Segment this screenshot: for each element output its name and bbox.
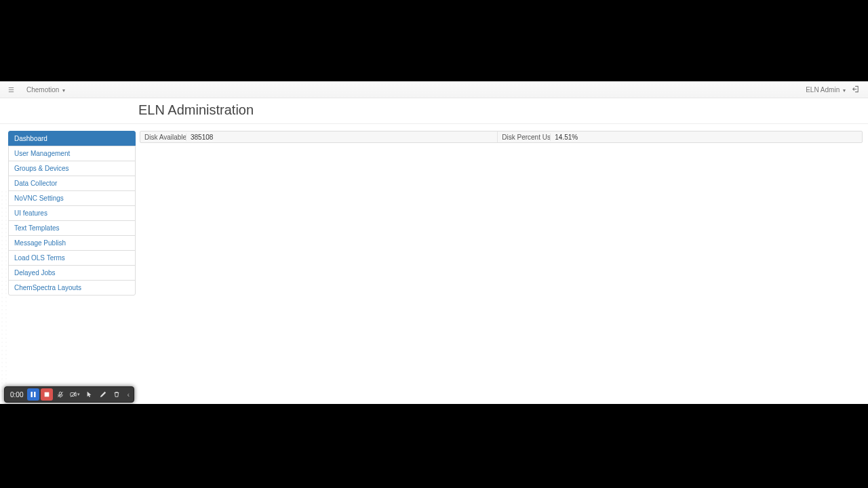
pen-tool-icon[interactable] [97,388,109,401]
mic-off-icon[interactable] [54,388,66,401]
sidebar-item-ui-features[interactable]: UI features [8,205,136,221]
caret-down-icon: ▾ [77,392,80,397]
sidebar-item-label: UI features [14,209,47,217]
sidebar-item-delayed-jobs[interactable]: Delayed Jobs [8,265,136,281]
sidebar-item-label: ChemSpectra Layouts [14,284,81,291]
sidebar-item-user-management[interactable]: User Management [8,146,136,161]
user-menu[interactable]: ELN Admin ▾ [806,86,846,94]
user-label: ELN Admin [806,86,840,94]
sidebar-item-dashboard[interactable]: Dashboard [8,131,136,146]
disk-info-row: Disk Available (MB) 385108 Disk Percent … [140,131,863,143]
recorder-time: 0:00 [7,391,26,399]
sidebar-item-label: Message Publish [14,239,66,247]
sidebar-item-text-templates[interactable]: Text Templates [8,220,136,236]
sidebar-item-chemspectra-layouts[interactable]: ChemSpectra Layouts [8,280,136,296]
svg-rect-1 [35,392,36,397]
sidebar-item-label: Text Templates [14,224,60,232]
brand-dropdown[interactable]: Chemotion ▾ [26,86,65,94]
sidebar-nav: Dashboard User Management Groups & Devic… [8,131,136,295]
sidebar-item-label: User Management [14,150,70,157]
navbar: ☰ Chemotion ▾ ELN Admin ▾ [0,81,868,98]
cursor-tool-icon[interactable] [83,388,96,401]
sidebar-item-label: Data Collector [14,180,57,187]
pause-button[interactable] [27,388,39,401]
app-window: ☰ Chemotion ▾ ELN Admin ▾ ELN Administra… [0,81,868,404]
hamburger-icon[interactable]: ☰ [8,86,14,94]
sidebar-item-novnc-settings[interactable]: NoVNC Settings [8,190,136,206]
caret-down-icon: ▾ [62,87,65,94]
sidebar-item-label: Groups & Devices [14,165,69,172]
disk-percent-label: Disk Percent Used (%) [498,134,551,141]
collapse-icon[interactable]: ‹ [124,390,131,399]
sidebar-item-load-ols-terms[interactable]: Load OLS Terms [8,250,136,266]
disk-available-value: 385108 [186,134,217,141]
sidebar-item-label: Load OLS Terms [14,254,65,262]
stop-button[interactable] [41,388,53,401]
sidebar-item-data-collector[interactable]: Data Collector [8,176,136,191]
logout-icon[interactable] [852,85,860,94]
sidebar-item-label: Dashboard [14,135,47,142]
disk-available-label: Disk Available (MB) [140,134,186,141]
dashboard-content: Disk Available (MB) 385108 Disk Percent … [140,131,863,295]
trash-icon[interactable] [111,388,123,401]
svg-rect-2 [45,392,50,397]
brand-label: Chemotion [26,86,59,94]
svg-rect-0 [31,392,33,397]
sidebar-item-groups-devices[interactable]: Groups & Devices [8,161,136,176]
page-title: ELN Administration [0,98,868,124]
disk-percent-value: 14.51% [551,134,582,141]
webcam-off-icon[interactable]: ▾ [68,388,82,401]
sidebar-item-label: NoVNC Settings [14,195,64,202]
sidebar-item-label: Delayed Jobs [14,269,56,277]
caret-down-icon: ▾ [843,87,846,94]
recorder-toolbar: 0:00 ▾ ‹ [4,386,134,403]
sidebar-item-message-publish[interactable]: Message Publish [8,235,136,251]
